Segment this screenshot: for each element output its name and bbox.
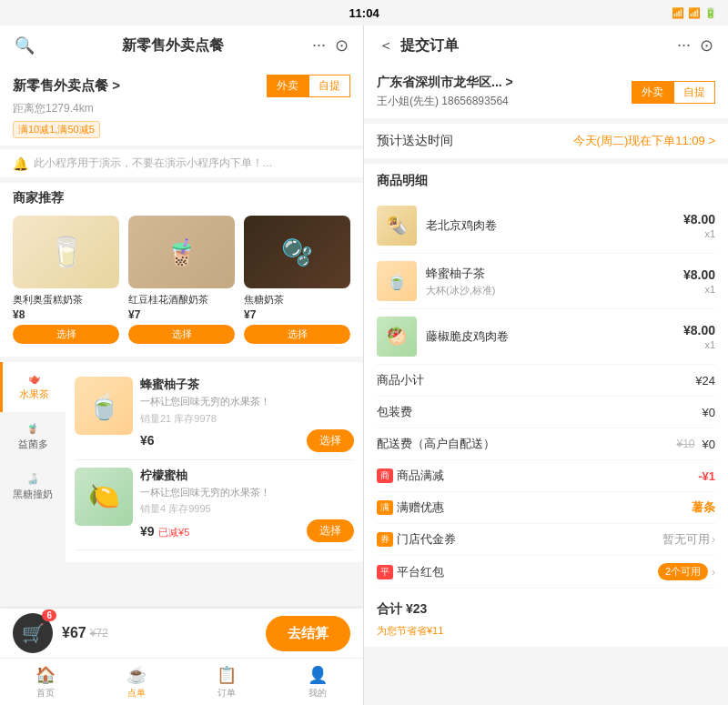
order-item-qty-2: x1 bbox=[683, 339, 715, 350]
fee-label-redbag: 平 平台红包 bbox=[377, 564, 444, 580]
menu-item-select-1[interactable]: 选择 bbox=[307, 519, 354, 542]
delivery-time: 预计送达时间 今天(周二)现在下单11:09 > bbox=[364, 124, 728, 158]
menu-item-0: 🍵 蜂蜜柚子茶 一杯让您回味无穷的水果茶！ 销量21 库存9978 ¥6 选择 bbox=[75, 369, 354, 459]
fee-voucher-arrow: › bbox=[712, 533, 715, 546]
delivery-tab-waimai[interactable]: 外卖 bbox=[267, 75, 308, 97]
back-button[interactable]: ＜ bbox=[379, 36, 393, 55]
fee-row-voucher[interactable]: 券 门店代金券 暂无可用 › bbox=[377, 524, 715, 556]
nav-label-orders: 订单 bbox=[217, 687, 236, 700]
battery-icon: 🔋 bbox=[704, 7, 717, 19]
search-icon[interactable]: 🔍 bbox=[15, 35, 35, 55]
category-label-1: 益菌多 bbox=[18, 438, 48, 451]
recommend-title: 商家推荐 bbox=[13, 190, 350, 206]
recommend-name-0: 奥利奥蛋糕奶茶 bbox=[13, 293, 119, 306]
home-icon: 🏠 bbox=[35, 665, 56, 685]
right-panel: ＜ 提交订单 ··· ⊙ 广东省深圳市龙华区... > 王小姐(先生) 1865… bbox=[364, 0, 728, 705]
address-tab-ziti[interactable]: 自提 bbox=[673, 81, 715, 104]
fee-row-delivery: 配送费（高户自配送） ¥10 ¥0 bbox=[377, 428, 715, 460]
menu-item-img-1: 🍋 bbox=[75, 468, 133, 526]
category-icon-0: 🫖 bbox=[28, 373, 41, 385]
menu-item-discount-1: 已减¥5 bbox=[158, 527, 189, 538]
nav-label-profile: 我的 bbox=[308, 687, 327, 700]
total-label: 合计 ¥23 bbox=[377, 601, 427, 618]
menu-item-select-0[interactable]: 选择 bbox=[307, 429, 354, 452]
bottom-nav: 🏠 首页 ☕ 点单 📋 订单 👤 我的 bbox=[0, 658, 363, 705]
recommend-select-0[interactable]: 选择 bbox=[13, 325, 119, 344]
recommend-select-2[interactable]: 选择 bbox=[244, 325, 350, 344]
notice-bar: 🔔 此小程序用于演示，不要在演示小程序内下单！... bbox=[0, 149, 363, 177]
fee-row-redbag[interactable]: 平 平台红包 2个可用 › bbox=[377, 556, 715, 589]
order-item-info-1: 蜂蜜柚子茶 大杯(冰沙,标准) bbox=[426, 266, 674, 297]
right-location-icon[interactable]: ⊙ bbox=[700, 35, 713, 55]
nav-item-home[interactable]: 🏠 首页 bbox=[0, 659, 91, 705]
cart-original-price: ¥72 bbox=[90, 627, 108, 640]
savings-note: 为您节省省¥11 bbox=[377, 625, 443, 636]
menu-item-price-0: ¥6 bbox=[140, 433, 155, 448]
nav-label-order: 点单 bbox=[127, 687, 146, 700]
more-icon[interactable]: ··· bbox=[312, 35, 326, 55]
delivery-tab-ziti[interactable]: 自提 bbox=[308, 75, 350, 97]
recommend-item-0: 🥛 奥利奥蛋糕奶茶 ¥8 选择 bbox=[13, 216, 119, 344]
fee-label-gift: 满 满赠优惠 bbox=[377, 499, 444, 516]
status-icons: 📶 📶 🔋 bbox=[672, 7, 717, 19]
fee-label-subtotal: 商品小计 bbox=[377, 372, 424, 388]
recommend-price-2: ¥7 bbox=[244, 308, 350, 321]
order-detail-section: 商品明细 🌯 老北京鸡肉卷 ¥8.00 x1 🍵 蜂蜜柚子茶 大杯(冰沙,标准) bbox=[364, 164, 728, 647]
address-tab-waimai[interactable]: 外卖 bbox=[632, 81, 673, 104]
recommend-img-0: 🥛 bbox=[13, 216, 119, 288]
category-item-0[interactable]: 🫖 水果茶 bbox=[0, 362, 66, 412]
profile-icon: 👤 bbox=[308, 665, 328, 685]
category-list: 🫖 水果茶 🧋 益菌多 🍶 黑糖撞奶 bbox=[0, 362, 66, 562]
recommend-select-1[interactable]: 选择 bbox=[128, 325, 235, 344]
category-item-2[interactable]: 🍶 黑糖撞奶 bbox=[0, 462, 66, 512]
fee-label-delivery: 配送费（高户自配送） bbox=[377, 436, 495, 452]
order-item-img-0: 🌯 bbox=[377, 206, 417, 246]
order-detail-title: 商品明细 bbox=[377, 173, 715, 189]
cart-icon-wrap[interactable]: 🛒 6 bbox=[13, 613, 53, 653]
order-item-info-2: 藤椒脆皮鸡肉卷 bbox=[426, 328, 674, 345]
menu-item-info-0: 蜂蜜柚子茶 一杯让您回味无穷的水果茶！ 销量21 库存9978 ¥6 选择 bbox=[140, 377, 354, 451]
order-total: 合计 ¥23 为您节省省¥11 bbox=[377, 589, 715, 638]
order-item-img-1: 🍵 bbox=[377, 261, 417, 301]
category-label-0: 水果茶 bbox=[19, 388, 49, 401]
location-icon[interactable]: ⊙ bbox=[335, 35, 349, 55]
fee-badge-discount: 商 bbox=[377, 468, 393, 483]
left-navbar: 🔍 新零售外卖点餐 ··· ⊙ bbox=[0, 25, 363, 65]
recommend-item-2: 🫧 焦糖奶茶 ¥7 选择 bbox=[244, 216, 350, 344]
nav-item-order[interactable]: ☕ 点单 bbox=[91, 659, 182, 705]
signal-icon: 📶 bbox=[688, 7, 701, 19]
menu-item-img-0: 🍵 bbox=[75, 377, 133, 435]
shop-distance: 距离您1279.4km bbox=[13, 101, 350, 116]
right-more-icon[interactable]: ··· bbox=[677, 35, 691, 55]
menu-item-sales-0: 销量21 库存9978 bbox=[140, 412, 354, 426]
status-bar: 11:04 📶 📶 🔋 bbox=[0, 0, 728, 25]
menu-items-list: 🍵 蜂蜜柚子茶 一杯让您回味无穷的水果茶！ 销量21 库存9978 ¥6 选择 … bbox=[66, 362, 363, 562]
recommend-name-2: 焦糖奶茶 bbox=[244, 293, 350, 306]
checkout-button[interactable]: 去结算 bbox=[266, 616, 350, 651]
address-tabs: 外卖 自提 bbox=[632, 81, 715, 104]
category-icon-2: 🍶 bbox=[26, 473, 39, 485]
category-label-2: 黑糖撞奶 bbox=[13, 488, 53, 501]
cart-bar: 🛒 6 ¥67 ¥72 去结算 bbox=[0, 609, 363, 658]
left-nav-title: 新零售外卖点餐 bbox=[122, 36, 224, 55]
delivery-time-label: 预计送达时间 bbox=[377, 133, 453, 149]
fee-label-packaging: 包装费 bbox=[377, 404, 412, 420]
order-item-1: 🍵 蜂蜜柚子茶 大杯(冰沙,标准) ¥8.00 x1 bbox=[377, 254, 715, 309]
fee-value-packaging: ¥0 bbox=[703, 406, 715, 419]
cart-icon: 🛒 bbox=[22, 622, 45, 644]
notice-text: 此小程序用于演示，不要在演示小程序内下单！... bbox=[34, 156, 272, 171]
status-time: 11:04 bbox=[349, 6, 379, 20]
fee-row-subtotal: 商品小计 ¥24 bbox=[377, 365, 715, 397]
order-item-price-2: ¥8.00 bbox=[683, 323, 715, 337]
order-item-info-0: 老北京鸡肉卷 bbox=[426, 217, 674, 234]
category-item-1[interactable]: 🧋 益菌多 bbox=[0, 412, 66, 462]
nav-item-orders[interactable]: 📋 订单 bbox=[182, 659, 273, 705]
discount-badge: 满10减1,满50减5 bbox=[13, 121, 100, 138]
nav-item-profile[interactable]: 👤 我的 bbox=[272, 659, 363, 705]
address-phone: 王小姐(先生) 18656893564 bbox=[377, 94, 622, 109]
nav-label-home: 首页 bbox=[36, 687, 55, 700]
recommend-items: 🥛 奥利奥蛋糕奶茶 ¥8 选择 🧋 红豆桂花酒酿奶茶 ¥7 选择 🫧 焦糖奶茶 … bbox=[13, 216, 350, 344]
fee-value-subtotal: ¥24 bbox=[695, 374, 715, 388]
recommend-item-1: 🧋 红豆桂花酒酿奶茶 ¥7 选择 bbox=[128, 216, 235, 344]
cart-price: ¥67 bbox=[62, 625, 86, 641]
